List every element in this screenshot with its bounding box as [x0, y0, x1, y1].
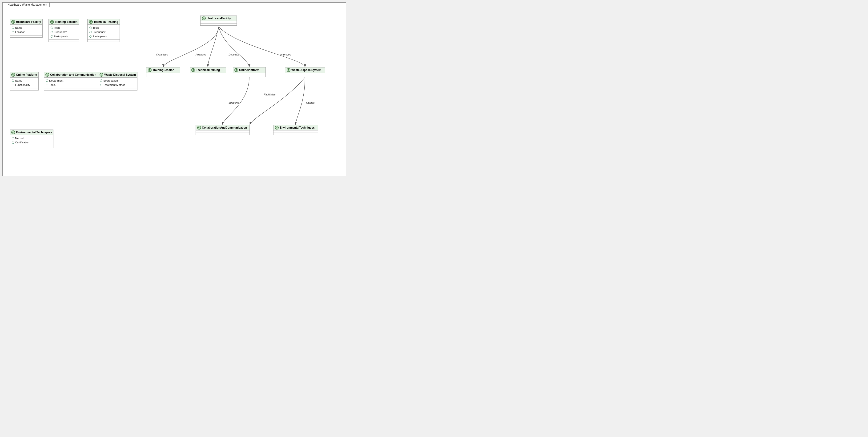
arrow-arranges	[208, 27, 219, 67]
class-name: TechnicalTraining	[196, 68, 220, 72]
arrow-facilitates	[250, 77, 305, 125]
node-training-session[interactable]: C TrainingSession	[146, 67, 180, 77]
class-name: OnlinePlatform	[239, 68, 259, 72]
class-icon: C	[89, 20, 93, 24]
class-collab[interactable]: C Collaboration and Communication Depart…	[44, 72, 98, 91]
class-name: EnvironmentalTechniques	[280, 126, 315, 129]
class-name: Environmental Techniques	[16, 131, 52, 134]
label-organizes: Organizes	[156, 53, 168, 56]
class-icon: C	[235, 68, 238, 72]
diagram-container: Healthcare Waste Management C Healthcare…	[2, 2, 346, 176]
class-icon: C	[11, 131, 15, 134]
class-name: Online Platform	[16, 73, 37, 76]
class-icon: C	[11, 73, 15, 77]
class-name: Training Session	[55, 20, 78, 24]
diagram-tab[interactable]: Healthcare Waste Management	[5, 2, 50, 7]
class-name: TrainingSession	[153, 68, 175, 72]
class-icon: C	[50, 20, 54, 24]
label-arranges: Arranges	[195, 53, 206, 56]
node-collab[interactable]: C CollaborationAndCommunication	[195, 125, 250, 135]
class-icon: C	[45, 73, 49, 77]
class-icon: C	[148, 68, 152, 72]
arrow-improves	[219, 27, 305, 67]
class-icon: C	[11, 20, 15, 24]
arrow-supports	[223, 77, 249, 125]
class-name: Technical Training	[94, 20, 118, 24]
class-env-techniques[interactable]: C Environmental Techniques Method Certif…	[10, 130, 54, 148]
arrow-develops	[219, 27, 249, 67]
node-waste-disposal[interactable]: C WasteDisposalSystem	[285, 67, 325, 77]
class-technical-training[interactable]: C Technical Training Topic Frequency Par…	[87, 19, 120, 42]
class-icon: C	[202, 16, 206, 20]
label-supports: Supports	[228, 101, 239, 104]
label-develops: Develops	[228, 53, 239, 56]
class-waste-disposal[interactable]: C Waste Disposal System Segregation Trea…	[98, 72, 137, 91]
class-icon: C	[191, 68, 195, 72]
node-technical-training[interactable]: C TechnicalTraining	[190, 67, 226, 77]
arrow-utilizes	[296, 77, 305, 125]
node-env-techniques[interactable]: C EnvironmentalTechniques	[273, 125, 318, 135]
node-online-platform[interactable]: C OnlinePlatform	[233, 67, 266, 77]
class-name: Waste Disposal System	[104, 73, 136, 76]
label-improves: Improves	[280, 53, 291, 56]
class-name: HealthcareFacility	[207, 17, 231, 20]
class-icon: C	[287, 68, 290, 72]
class-name: WasteDisposalSystem	[291, 68, 321, 72]
class-name: Collaboration and Communication	[50, 73, 96, 76]
class-icon: C	[99, 73, 103, 77]
class-healthcare-facility[interactable]: C Healthcare Facility Name Location	[10, 19, 42, 38]
class-training-session[interactable]: C Training Session Topic Frequency Parti…	[49, 19, 79, 42]
class-name: CollaborationAndCommunication	[202, 126, 247, 129]
arrow-organizes	[163, 27, 219, 67]
class-online-platform[interactable]: C Online Platform Name Functionality	[10, 72, 39, 91]
label-utilizes: Utilizes	[306, 101, 314, 104]
class-icon: C	[197, 126, 201, 130]
label-facilitates: Facilitates	[264, 93, 276, 96]
class-icon: C	[275, 126, 279, 130]
class-name: Healthcare Facility	[16, 20, 41, 24]
node-healthcare-facility[interactable]: C HealthcareFacility	[200, 15, 237, 26]
